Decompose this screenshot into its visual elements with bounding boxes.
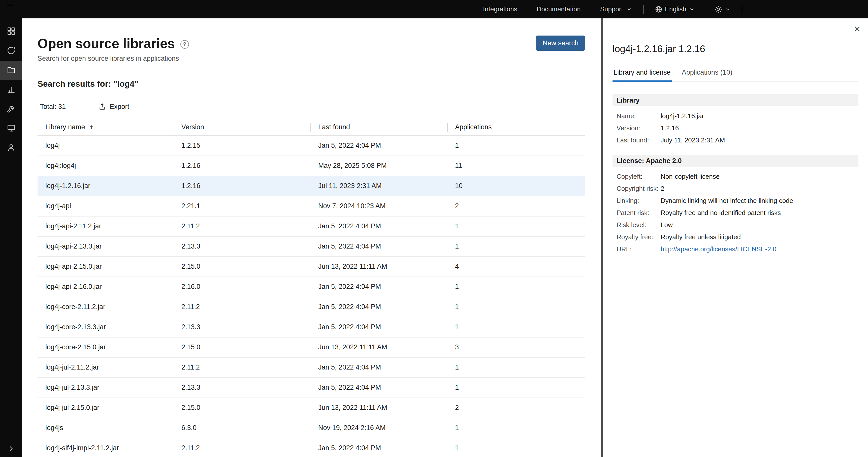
cell-last-found: Jan 5, 2022 4:04 PM — [310, 283, 447, 291]
table-row[interactable]: log4js 6.3.0 Nov 19, 2024 2:16 AM 1 — [37, 418, 585, 438]
field-row: Last found: July 11, 2023 2:31 AM — [613, 134, 859, 146]
license-url-link[interactable]: http://apache.org/licenses/LICENSE-2.0 — [661, 245, 777, 253]
field-label: URL: — [617, 245, 661, 253]
field-value: Royalty free and no identified patent ri… — [661, 209, 781, 217]
field-label: Patent risk: — [617, 209, 661, 217]
language-selector[interactable]: English — [655, 5, 695, 13]
bar-chart-icon — [6, 85, 16, 95]
field-label: Copyright risk: — [617, 185, 661, 192]
cell-library-name: log4j-api-2.11.2.jar — [37, 222, 174, 230]
cell-applications: 10 — [447, 182, 585, 190]
language-label: English — [665, 5, 686, 13]
table-row[interactable]: log4j-core-2.15.0.jar 2.15.0 Jun 13, 202… — [37, 337, 585, 358]
cell-applications: 4 — [447, 263, 585, 271]
page-title: Open source libraries ? — [37, 35, 189, 52]
table-row[interactable]: log4j-core-2.11.2.jar 2.11.2 Jan 5, 2022… — [37, 297, 585, 317]
tab-applications[interactable]: Applications (10) — [681, 68, 734, 82]
refresh-icon — [6, 46, 16, 56]
cell-version: 2.21.1 — [174, 202, 310, 210]
libraries-table: Library name Version Last found Applicat… — [37, 119, 585, 457]
field-value: log4j-1.2.16.jar — [661, 112, 704, 120]
field-row: Risk level: Low — [613, 219, 859, 231]
column-header-last-found[interactable]: Last found — [310, 119, 447, 135]
cell-version: 2.16.0 — [174, 283, 310, 291]
new-search-button[interactable]: New search — [536, 35, 585, 51]
field-row: Royalty free: Royalty free unless litiga… — [613, 231, 859, 243]
sidebar-item-integrations[interactable] — [0, 119, 22, 139]
table-row[interactable]: log4j-jul-2.15.0.jar 2.15.0 Jun 13, 2022… — [37, 398, 585, 418]
table-row[interactable]: log4j-1.2.16.jar 1.2.16 Jul 11, 2023 2:3… — [37, 176, 585, 196]
table-body: log4j 1.2.15 Jan 5, 2022 4:04 PM 1 log4j… — [37, 136, 585, 457]
cell-version: 2.15.0 — [174, 404, 310, 412]
sun-icon — [715, 5, 722, 13]
help-icon[interactable]: ? — [180, 40, 189, 49]
panel-section: Library Name: log4j-1.2.16.jar Version: … — [613, 94, 859, 146]
total-count: Total: 31 — [40, 103, 66, 111]
sidebar-item-reports[interactable] — [0, 80, 22, 99]
cell-version: 2.11.2 — [174, 444, 310, 452]
cell-last-found: Jan 5, 2022 4:04 PM — [310, 142, 447, 150]
table-row[interactable]: log4j:log4j 1.2.16 May 28, 2025 5:08 PM … — [37, 156, 585, 176]
table-row[interactable]: log4j-api-2.13.3.jar 2.13.3 Jan 5, 2022 … — [37, 237, 585, 257]
column-header-library-name[interactable]: Library name — [37, 119, 174, 135]
cell-library-name: log4j-api-2.13.3.jar — [37, 243, 174, 250]
cell-library-name: log4j:log4j — [37, 162, 174, 170]
sidebar-expand-button[interactable] — [0, 445, 22, 453]
sidebar-item-tools[interactable] — [0, 99, 22, 119]
cell-library-name: log4j-core-2.13.3.jar — [37, 323, 174, 331]
cell-library-name: log4j-slf4j-impl-2.11.2.jar — [37, 444, 174, 452]
table-row[interactable]: log4j-jul-2.13.3.jar 2.13.3 Jan 5, 2022 … — [37, 378, 585, 398]
nav-label: Documentation — [537, 5, 581, 13]
column-header-version[interactable]: Version — [174, 119, 310, 135]
close-icon[interactable]: × — [854, 24, 861, 34]
table-row[interactable]: log4j-api 2.21.1 Nov 7, 2024 10:23 AM 2 — [37, 196, 585, 216]
field-label: Version: — [617, 124, 661, 132]
table-row[interactable]: log4j-api-2.16.0.jar 2.16.0 Jan 5, 2022 … — [37, 277, 585, 297]
cell-library-name: log4j — [37, 142, 174, 150]
cell-version: 2.11.2 — [174, 222, 310, 230]
page-title-text: Open source libraries — [37, 35, 175, 52]
cell-last-found: Jan 5, 2022 4:04 PM — [310, 222, 447, 230]
drawer-tabs: Library and license Applications (10) — [613, 68, 859, 82]
sidebar-item-components[interactable] — [0, 22, 22, 41]
drawer-sections: Library Name: log4j-1.2.16.jar Version: … — [613, 94, 859, 255]
drawer-title: log4j-1.2.16.jar 1.2.16 — [613, 43, 859, 55]
column-header-applications[interactable]: Applications — [447, 119, 585, 135]
server-icon — [6, 123, 16, 134]
drawer-resize-handle[interactable] — [601, 19, 603, 457]
table-row[interactable]: log4j 1.2.15 Jan 5, 2022 4:04 PM 1 — [37, 136, 585, 156]
theme-selector[interactable] — [715, 5, 731, 13]
tab-library-and-license[interactable]: Library and license — [613, 68, 672, 82]
field-value: 1.2.16 — [661, 124, 679, 132]
field-row: Linking: Dynamic linking will not infect… — [613, 194, 859, 207]
field-label: Name: — [617, 112, 661, 120]
wrench-icon — [6, 104, 16, 115]
table-row[interactable]: log4j-slf4j-impl-2.11.2.jar 2.11.2 Jan 5… — [37, 438, 585, 457]
cell-version: 1.2.16 — [174, 162, 310, 170]
chevron-down-icon — [725, 6, 731, 12]
field-row: URL: http://apache.org/licenses/LICENSE-… — [613, 243, 859, 255]
nav-item-support[interactable]: Support — [600, 5, 632, 13]
nav-item-integrations[interactable]: Integrations — [483, 5, 517, 13]
field-value: Royalty free unless litigated — [661, 233, 741, 241]
field-label: Last found: — [617, 136, 661, 144]
table-header: Library name Version Last found Applicat… — [37, 119, 585, 136]
table-row[interactable]: log4j-api-2.15.0.jar 2.15.0 Jun 13, 2022… — [37, 257, 585, 277]
table-row[interactable]: log4j-core-2.13.3.jar 2.13.3 Jan 5, 2022… — [37, 317, 585, 337]
table-row[interactable]: log4j-jul-2.11.2.jar 2.11.2 Jan 5, 2022 … — [37, 358, 585, 378]
cell-version: 2.13.3 — [174, 323, 310, 331]
cell-version: 1.2.16 — [174, 182, 310, 190]
field-row: Copyleft: Non-copyleft license — [613, 171, 859, 183]
sidebar-item-libraries[interactable] — [0, 61, 22, 80]
column-label: Last found — [318, 123, 350, 131]
chevron-right-icon — [7, 445, 15, 453]
export-button[interactable]: Export — [98, 103, 129, 111]
table-row[interactable]: log4j-api-2.11.2.jar 2.11.2 Jan 5, 2022 … — [37, 216, 585, 237]
cell-applications: 1 — [447, 222, 585, 230]
cell-version: 2.13.3 — [174, 243, 310, 250]
sidebar — [0, 19, 22, 457]
nav-item-documentation[interactable]: Documentation — [537, 5, 581, 13]
cell-applications: 1 — [447, 243, 585, 250]
sidebar-item-users[interactable] — [0, 139, 22, 158]
sidebar-item-scans[interactable] — [0, 41, 22, 61]
